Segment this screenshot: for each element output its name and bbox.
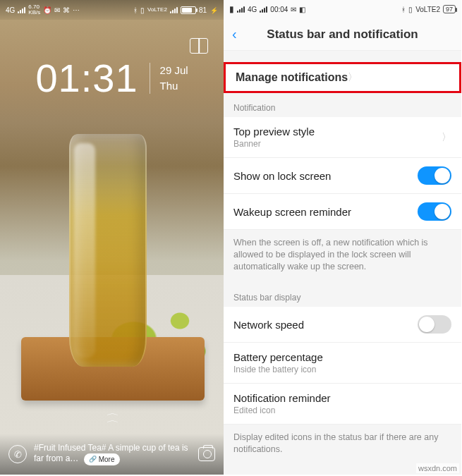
signal-icon bbox=[237, 6, 245, 13]
lockscreen-bottom-bar: ✆ #Fruit Infused Tea# A simple cup of te… bbox=[0, 434, 224, 475]
battery-icon: 97 bbox=[443, 5, 456, 13]
mail-icon: ✉ bbox=[291, 6, 296, 13]
network-speed-title: Network speed bbox=[233, 319, 418, 331]
top-preview-sub: Banner bbox=[233, 139, 442, 149]
vibrate-icon: ▯ bbox=[408, 6, 413, 13]
status-left-cluster: 4G 6.70KB/s ⏰ ✉ ⌘ ⋯ bbox=[6, 4, 80, 16]
camera-icon[interactable] bbox=[198, 447, 215, 461]
net-type: 4G bbox=[6, 6, 15, 14]
wallpaper-glass bbox=[69, 134, 147, 367]
chevron-right-icon: 〉 bbox=[442, 131, 451, 144]
sim-icon: ▮ bbox=[229, 4, 234, 14]
net-speed: 6.70KB/s bbox=[28, 4, 40, 16]
top-preview-title: Top preview style bbox=[233, 126, 442, 138]
caption-line2: far from a… bbox=[34, 453, 78, 463]
magazine-icon[interactable] bbox=[190, 38, 208, 54]
status-bar-right: ▮ 4G 00:04 ✉ ◧ ᚼ ▯ VoLTE2 97 bbox=[224, 0, 461, 18]
clock-date-day: 29 Jul bbox=[160, 63, 188, 78]
wallpaper-caption[interactable]: #Fruit Infused Tea# A simple cup of tea … bbox=[34, 443, 191, 465]
phone-lockscreen: 4G 6.70KB/s ⏰ ✉ ⌘ ⋯ ᚼ ▯ VoLTE2 81 01:31 … bbox=[0, 0, 224, 475]
phone-icon[interactable]: ✆ bbox=[8, 445, 27, 463]
row-network-speed: Network speed bbox=[224, 307, 461, 343]
section-status-bar-display: Status bar display bbox=[224, 283, 461, 307]
battery-pct: 81 bbox=[199, 6, 207, 14]
page-title: Status bar and notification bbox=[224, 28, 461, 42]
row-wakeup-reminder: Wakeup screen reminder bbox=[224, 194, 461, 230]
wakeup-description: When the screen is off, a new notificati… bbox=[224, 230, 461, 283]
more-chip[interactable]: More bbox=[84, 453, 120, 465]
settings-badge-icon: ◧ bbox=[299, 6, 305, 13]
signal-icon bbox=[18, 6, 25, 13]
back-button[interactable]: ‹ bbox=[232, 26, 237, 42]
row-show-lock-screen: Show on lock screen bbox=[224, 158, 461, 194]
net-type: 4G bbox=[248, 6, 257, 13]
clock-date-weekday: Thu bbox=[160, 78, 188, 94]
signal-icon-2 bbox=[260, 6, 267, 13]
section-notification: Notification bbox=[224, 93, 461, 117]
status-time: 00:04 bbox=[270, 6, 288, 13]
wakeup-title: Wakeup screen reminder bbox=[233, 206, 418, 218]
status-bar-left: 4G 6.70KB/s ⏰ ✉ ⌘ ⋯ ᚼ ▯ VoLTE2 81 bbox=[0, 0, 224, 20]
toggle-show-lock-screen[interactable] bbox=[418, 166, 451, 185]
charging-icon bbox=[209, 6, 218, 14]
bluetooth-icon: ᚼ bbox=[401, 6, 406, 13]
notif-reminder-description: Display edited icons in the status bar i… bbox=[224, 425, 461, 465]
title-bar: ‹ Status bar and notification bbox=[224, 18, 461, 51]
signal-icon-2 bbox=[170, 6, 178, 13]
watermark: wsxdn.com bbox=[416, 463, 459, 473]
clock-date: 29 Jul Thu bbox=[150, 63, 188, 94]
row-manage-notifications[interactable]: Manage notifications 〉 bbox=[224, 62, 461, 93]
battery-pct-sub: Inside the battery icon bbox=[233, 365, 451, 374]
swipe-up-icon[interactable]: ︿︿ bbox=[107, 410, 118, 424]
vibrate-icon: ▯ bbox=[140, 6, 145, 14]
bluetooth-icon: ᚼ bbox=[133, 6, 138, 14]
caption-line1: #Fruit Infused Tea# A simple cup of tea … bbox=[34, 443, 188, 453]
alarm-icon: ⏰ bbox=[43, 6, 51, 14]
mail-icon: ✉ bbox=[54, 6, 60, 14]
toggle-network-speed[interactable] bbox=[418, 315, 451, 334]
manage-notifications-label: Manage notifications bbox=[236, 71, 348, 84]
row-top-preview-style[interactable]: Top preview style Banner 〉 bbox=[224, 117, 461, 158]
status-right-cluster: ᚼ ▯ VoLTE2 81 bbox=[133, 6, 218, 14]
phone-settings: ▮ 4G 00:04 ✉ ◧ ᚼ ▯ VoLTE2 97 ‹ Status ba… bbox=[224, 0, 461, 475]
status-right-left-cluster: ▮ 4G 00:04 ✉ ◧ bbox=[229, 4, 305, 14]
battery-pct-title: Battery percentage bbox=[233, 351, 451, 363]
more-icon: ⋯ bbox=[73, 6, 80, 14]
battery-icon bbox=[181, 6, 196, 14]
toggle-wakeup-reminder[interactable] bbox=[418, 202, 451, 221]
row-battery-percentage[interactable]: Battery percentage Inside the battery ic… bbox=[224, 343, 461, 384]
clock-time: 01:31 bbox=[35, 55, 138, 101]
row-notification-reminder[interactable]: Notification reminder Edited icon bbox=[224, 384, 461, 425]
notif-reminder-title: Notification reminder bbox=[233, 392, 451, 404]
volte-icon: VoLTE2 bbox=[415, 6, 440, 13]
voicemail-icon: ⌘ bbox=[63, 6, 70, 14]
chevron-right-icon: 〉 bbox=[348, 71, 358, 84]
volte-icon: VoLTE2 bbox=[147, 7, 167, 13]
show-lock-title: Show on lock screen bbox=[233, 170, 418, 182]
notif-reminder-sub: Edited icon bbox=[233, 405, 451, 415]
status-right-right-cluster: ᚼ ▯ VoLTE2 97 bbox=[401, 5, 456, 13]
lockscreen-clock: 01:31 29 Jul Thu bbox=[0, 55, 224, 101]
